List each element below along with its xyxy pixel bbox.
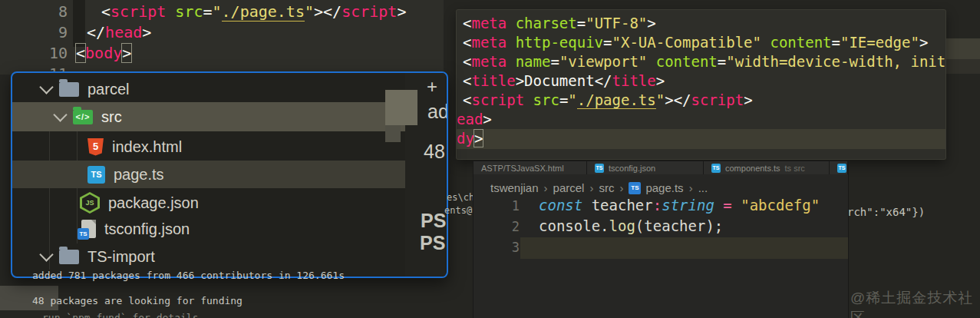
- tree-item-label: tsconfig.json: [104, 220, 190, 238]
- tree-item-label: index.html: [112, 138, 182, 156]
- chevron-down-icon[interactable]: [39, 247, 53, 261]
- indent-highlight-block: [73, 0, 85, 47]
- tree-item-src[interactable]: </> src: [12, 102, 405, 131]
- breadcrumb-item[interactable]: src: [599, 181, 614, 194]
- code-line[interactable]: const teacher:string = "abcdefg": [539, 197, 820, 214]
- breadcrumb-separator: ›: [619, 181, 623, 194]
- line-number: 8: [0, 2, 68, 21]
- breadcrumb-item[interactable]: tswenjian: [490, 181, 539, 194]
- terminal-fragment-ps: PS: [420, 232, 445, 254]
- npm-icon: JS: [80, 192, 100, 214]
- editor-fragment-topleft[interactable]: 8 9 10 11 <script src="./page.ts"></scri…: [0, 0, 444, 75]
- breadcrumb-separator: ›: [589, 181, 593, 194]
- tab-tsconfig[interactable]: TS tsconfig.json: [587, 161, 704, 174]
- code-line-clipped[interactable]: ead>: [457, 111, 492, 128]
- terminal-line-npm-fund-clipped: run `npm fund` for details: [42, 312, 199, 318]
- minimap-fragment: [385, 90, 417, 125]
- line-number: 3: [489, 240, 520, 255]
- ts-icon: TS: [629, 182, 641, 194]
- tsconfig-icon: TS: [81, 220, 96, 238]
- terminal-fragment-48: 48: [424, 141, 445, 163]
- chevron-down-icon[interactable]: [53, 108, 67, 121]
- breadcrumb-item[interactable]: page.ts: [645, 181, 683, 194]
- code-line[interactable]: <title>Document</title>: [463, 72, 665, 89]
- path-fragment: es\ch: [447, 192, 474, 203]
- tree-item-package-json[interactable]: JS package.json: [12, 190, 405, 216]
- tab-components[interactable]: TS components.ts ts src: [704, 161, 830, 174]
- breadcrumb-item[interactable]: parcel: [553, 181, 585, 194]
- tab-bar: ASTP/TSJavaSX.html TS tsconfig.json TS c…: [474, 161, 848, 174]
- screenshot-stage: 8 9 10 11 <script src="./page.ts"></scri…: [0, 0, 980, 318]
- arch-fragment: rch":"x64"}): [847, 206, 925, 218]
- terminal-line-added-packages: added 781 packages from 466 contributors…: [32, 270, 345, 281]
- code-line[interactable]: <script src="./page.ts"></script>: [463, 91, 753, 108]
- breadcrumb-item[interactable]: ...: [698, 181, 708, 194]
- breadcrumb-separator: ›: [689, 181, 693, 194]
- right-edge-dim-band: [945, 59, 980, 74]
- code-line[interactable]: <meta name="viewport" content="width=dev…: [463, 53, 945, 70]
- ts-icon: TS: [87, 166, 105, 184]
- code-line[interactable]: </head>: [87, 23, 151, 41]
- code-line-clipped[interactable]: dy>: [457, 130, 483, 147]
- src-folder-icon: </>: [73, 110, 93, 124]
- terminal-line-funding: 48 packages are looking for funding: [32, 295, 243, 306]
- line-number: 1: [489, 198, 520, 214]
- tree-item-label: page.ts: [114, 166, 164, 184]
- line-number: 10: [0, 44, 68, 62]
- file-explorer-overlay: parcel </> src 5 index.html TS page.ts J…: [11, 71, 448, 278]
- tree-item-page-ts[interactable]: TS page.ts: [12, 161, 405, 188]
- tree-item-index-html[interactable]: 5 index.html: [12, 133, 405, 161]
- tab-label: tsconfig.json: [609, 164, 655, 173]
- tab-label: ASTP/TSJavaSX.html: [481, 164, 564, 173]
- code-line[interactable]: console.log(teacher);: [539, 217, 723, 234]
- breadcrumb: tswenjian› parcel› src› TS page.ts› ...: [490, 181, 708, 194]
- tree-item-label: package.json: [108, 194, 199, 212]
- tab-label: components.ts: [725, 164, 780, 173]
- current-line-highlight: [520, 237, 848, 259]
- folder-icon: [59, 250, 79, 264]
- line-number: 9: [0, 23, 68, 41]
- code-line[interactable]: <meta http-equiv="X-UA-Compatible" conte…: [463, 34, 928, 51]
- editor-panel-bottomright: ASTP/TSJavaSX.html TS tsconfig.json TS c…: [474, 161, 848, 318]
- tree-item-label: TS-import: [87, 248, 155, 266]
- right-edge-highlight-band: [945, 38, 980, 59]
- current-line-highlight: [457, 129, 945, 149]
- folder-icon: [59, 82, 79, 97]
- tree-item-ts-import[interactable]: TS-import: [12, 243, 405, 270]
- folded-corner: [91, 220, 96, 224]
- floating-code-snippet[interactable]: <meta charset="UTF-8"> <meta http-equiv=…: [457, 10, 945, 159]
- npm-icon-glyph: JS: [82, 194, 97, 211]
- html5-icon: 5: [87, 138, 104, 156]
- minimap-fragment: [385, 125, 401, 142]
- code-line[interactable]: <meta charset="UTF-8">: [463, 15, 656, 31]
- watermark-juejin: @稀土掘金技术社区: [850, 288, 980, 318]
- terminal-fragment-ps: PS: [421, 210, 446, 232]
- path-fragment: ents@:: [444, 205, 477, 216]
- tab-html-file[interactable]: ASTP/TSJavaSX.html: [474, 161, 587, 174]
- code-line[interactable]: <script src="./page.ts"></script>: [101, 2, 406, 21]
- ts-icon: TS: [595, 164, 604, 173]
- terminal-fragment-plus: +: [427, 76, 437, 98]
- code-mark: </>: [73, 111, 93, 124]
- ts-icon: TS: [837, 164, 846, 173]
- tab-label-extra: ts src: [785, 164, 805, 173]
- terminal-fragment-added: ad: [427, 101, 448, 123]
- tree-item-label: parcel: [87, 81, 129, 98]
- ts-icon: TS: [711, 164, 721, 173]
- tab-clipped[interactable]: TS: [830, 161, 848, 174]
- tree-item-tsconfig-json[interactable]: TS tsconfig.json: [12, 216, 405, 242]
- code-line[interactable]: <body>: [76, 44, 131, 62]
- chevron-down-icon[interactable]: [39, 80, 53, 94]
- tree-item-parcel[interactable]: parcel: [12, 76, 405, 102]
- line-number: 2: [489, 219, 520, 234]
- breadcrumb-separator: ›: [544, 181, 548, 194]
- ts-badge: TS: [78, 228, 89, 240]
- tree-item-label: src: [101, 108, 122, 126]
